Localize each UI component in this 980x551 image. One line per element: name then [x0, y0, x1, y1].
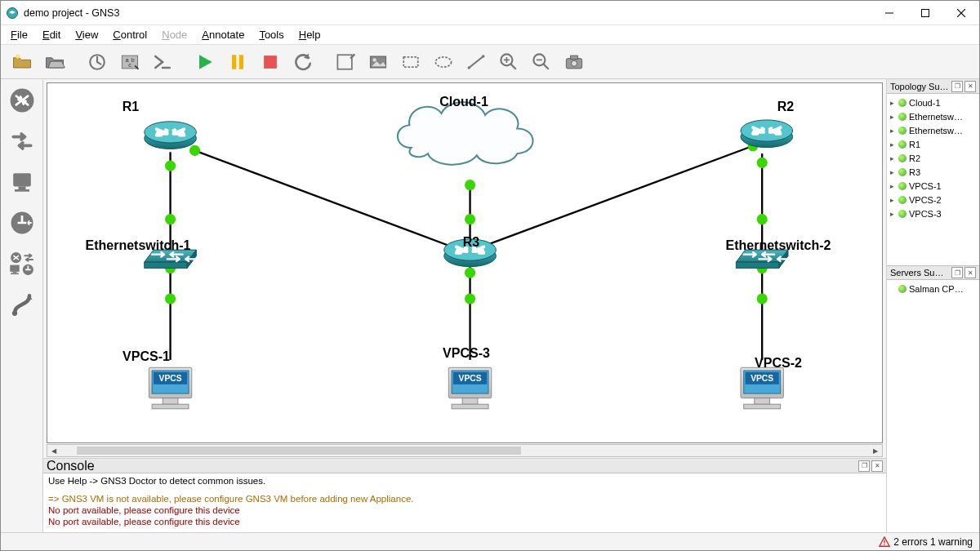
- zoom-out-button[interactable]: [525, 47, 558, 77]
- console-all-button[interactable]: [146, 47, 179, 77]
- label-r2[interactable]: R2: [777, 100, 794, 114]
- topology-undock-button[interactable]: ❐: [951, 81, 963, 92]
- servers-undock-button[interactable]: ❐: [951, 267, 963, 278]
- label-vpcs2[interactable]: VPCS-2: [755, 356, 802, 371]
- label-r3[interactable]: R3: [463, 235, 479, 250]
- menu-edit[interactable]: Edit: [36, 27, 67, 42]
- node-cloud-1[interactable]: [398, 102, 533, 165]
- tree-item[interactable]: ▸VPCS-3: [889, 207, 978, 220]
- window-maximize-button[interactable]: [907, 1, 943, 24]
- scroll-right-arrow[interactable]: ▶: [869, 445, 882, 456]
- svg-point-56: [465, 180, 475, 190]
- svg-point-57: [465, 268, 475, 278]
- annotation-text-button[interactable]: [329, 47, 362, 77]
- tree-item[interactable]: ▸Ethernetsw…: [889, 109, 978, 123]
- menu-help[interactable]: Help: [292, 27, 327, 42]
- reload-button[interactable]: [287, 47, 319, 77]
- status-text[interactable]: 2 errors 1 warning: [893, 536, 973, 548]
- tree-item[interactable]: ▸R1: [889, 137, 978, 151]
- label-r1[interactable]: R1: [122, 100, 139, 114]
- console-output[interactable]: Use Help -> GNS3 Doctor to detect common…: [43, 473, 886, 532]
- window-minimize-button[interactable]: [871, 1, 907, 24]
- node-r2[interactable]: [741, 120, 793, 148]
- app-icon: [6, 7, 19, 20]
- open-project-button[interactable]: [38, 47, 71, 77]
- warning-icon: [879, 536, 890, 548]
- status-dot-icon: [898, 127, 906, 135]
- node-r1[interactable]: [145, 122, 197, 149]
- svg-point-19: [372, 58, 376, 61]
- topology-canvas[interactable]: VPCS VPCS VPCS R1 Cloud-1 R2 R3 Ethernet…: [47, 82, 883, 443]
- tree-item[interactable]: ▸VPCS-1: [889, 179, 978, 193]
- tree-item[interactable]: ▸R3: [889, 165, 978, 179]
- servers-close-button[interactable]: ✕: [964, 267, 976, 278]
- snapshot-button[interactable]: [81, 47, 114, 77]
- start-button[interactable]: [189, 47, 221, 77]
- switches-category-button[interactable]: [4, 123, 40, 159]
- servers-summary-title: Servers Summ…: [890, 268, 950, 278]
- node-vpcs-1[interactable]: VPCS: [149, 367, 191, 409]
- draw-line-button[interactable]: [460, 47, 492, 77]
- draw-rect-button[interactable]: [394, 47, 427, 77]
- menu-control[interactable]: Control: [106, 27, 154, 42]
- topology-tree[interactable]: ▸Cloud-1 ▸Ethernetsw… ▸Ethernetsw… ▸R1 ▸…: [887, 94, 979, 265]
- svg-rect-32: [15, 189, 29, 192]
- menu-view[interactable]: View: [69, 27, 105, 42]
- tree-item[interactable]: Salman CP…: [889, 282, 978, 295]
- menubar: File Edit View Control Node Annotate Too…: [1, 25, 979, 45]
- label-es2[interactable]: Ethernetswitch-2: [726, 238, 831, 253]
- menu-tools[interactable]: Tools: [252, 27, 290, 42]
- horizontal-scrollbar[interactable]: ◀ ▶: [47, 444, 883, 457]
- console-undock-button[interactable]: ❐: [858, 460, 870, 472]
- status-dot-icon: [898, 168, 906, 176]
- svg-rect-37: [11, 273, 19, 274]
- node-vpcs-2[interactable]: VPCS: [741, 367, 783, 409]
- svg-rect-14: [232, 55, 236, 69]
- svg-text:c: c: [128, 62, 131, 68]
- tree-item[interactable]: ▸R2: [889, 151, 978, 165]
- label-vpcs1[interactable]: VPCS-1: [122, 349, 170, 364]
- statusbar: 2 errors 1 warning: [1, 532, 979, 550]
- menu-file[interactable]: File: [4, 27, 34, 42]
- zoom-in-button[interactable]: [492, 47, 525, 77]
- svg-point-8: [16, 54, 20, 58]
- svg-text:VPCS: VPCS: [159, 374, 182, 383]
- insert-image-button[interactable]: [362, 47, 394, 77]
- draw-ellipse-button[interactable]: [427, 47, 460, 77]
- svg-rect-17: [337, 55, 352, 69]
- label-vpcs3[interactable]: VPCS-3: [443, 346, 490, 361]
- canvas-area[interactable]: VPCS VPCS VPCS R1 Cloud-1 R2 R3 Ethernet…: [43, 79, 886, 458]
- label-es1[interactable]: Ethernetswitch-1: [86, 238, 191, 253]
- tree-item[interactable]: ▸VPCS-2: [889, 193, 978, 207]
- tree-item[interactable]: ▸Cloud-1: [889, 96, 978, 109]
- add-link-button[interactable]: [4, 287, 40, 322]
- pause-button[interactable]: [221, 47, 254, 77]
- svg-point-21: [435, 56, 451, 66]
- screenshot-button[interactable]: [558, 47, 590, 77]
- all-devices-category-button[interactable]: [4, 246, 40, 282]
- topology-summary-title: Topology Summ…: [890, 82, 950, 91]
- routers-category-button[interactable]: [4, 82, 40, 118]
- new-project-button[interactable]: [6, 47, 38, 77]
- window-close-button[interactable]: [943, 1, 979, 24]
- servers-tree[interactable]: Salman CP…: [887, 280, 979, 532]
- end-devices-category-button[interactable]: [4, 164, 40, 200]
- security-devices-category-button[interactable]: [4, 205, 40, 241]
- svg-point-22: [468, 66, 471, 69]
- node-vpcs-3[interactable]: VPCS: [448, 367, 491, 409]
- svg-rect-35: [10, 265, 19, 272]
- app-window: demo project - GNS3 File Edit View Contr…: [0, 0, 980, 551]
- status-dot-icon: [898, 196, 906, 204]
- svg-point-50: [165, 214, 176, 224]
- svg-point-58: [465, 293, 475, 304]
- tree-item[interactable]: ▸Ethernetsw…: [889, 123, 978, 137]
- menu-annotate[interactable]: Annotate: [195, 27, 251, 42]
- scroll-left-arrow[interactable]: ◀: [47, 445, 60, 456]
- console-close-button[interactable]: ✕: [871, 460, 883, 472]
- topology-close-button[interactable]: ✕: [964, 81, 976, 92]
- stop-button[interactable]: [254, 47, 287, 77]
- status-dot-icon: [898, 154, 906, 162]
- show-labels-button[interactable]: abc: [114, 47, 146, 77]
- svg-point-61: [757, 214, 768, 224]
- label-cloud1[interactable]: Cloud-1: [439, 95, 488, 109]
